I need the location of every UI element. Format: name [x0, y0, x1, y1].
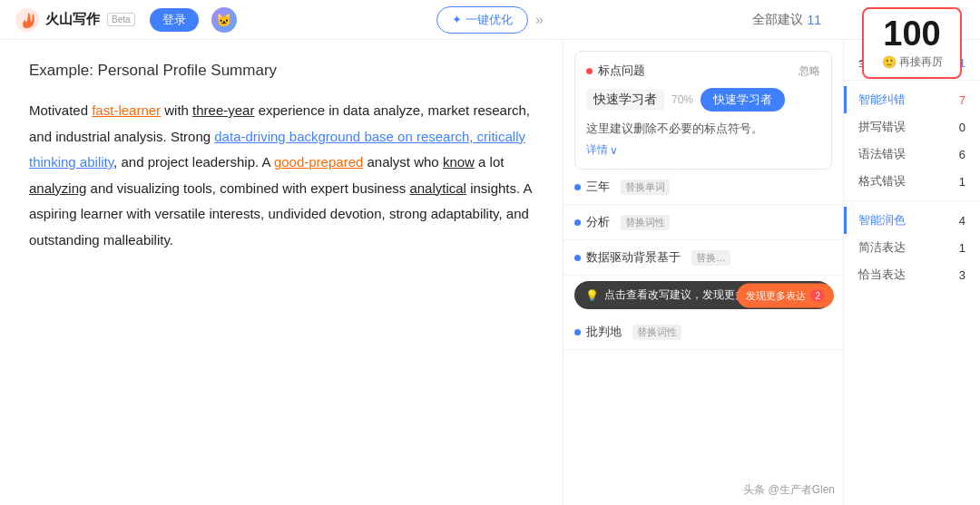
- sidebar-label: 简洁表达: [858, 239, 906, 256]
- sidebar-label: 恰当表达: [858, 267, 906, 283]
- replace-button[interactable]: 快速学习者: [701, 88, 785, 112]
- list-item[interactable]: 批判地 替换词性: [564, 315, 843, 350]
- card-dot-label: 标点问题: [586, 63, 645, 79]
- text-analyzing: analyzing: [29, 180, 86, 196]
- score-box: 100 🙂 再接再厉: [862, 7, 962, 79]
- sidebar-label: 智能润色: [858, 212, 906, 228]
- suggestion-hint: 这里建议删除不必要的标点符号。: [586, 121, 820, 137]
- item-label: 数据驱动背景基于: [586, 249, 681, 266]
- red-dot-icon: [586, 68, 593, 74]
- text-three-year: three-year: [192, 102, 254, 118]
- blue-dot-icon: [574, 219, 581, 226]
- sidebar-count: 1: [959, 241, 965, 255]
- optimize-icon: ✦: [452, 13, 462, 26]
- cta-area: 数据驱动背景基于 替换… 💡 点击查看改写建议，发现更多表达 发现更多表达 2: [564, 240, 843, 309]
- text-know: know: [443, 154, 475, 170]
- card-title: 标点问题: [598, 63, 645, 79]
- score-emoji: 🙂: [882, 55, 897, 69]
- bulb-icon: 💡: [585, 289, 599, 302]
- sidebar-label: 语法错误: [858, 146, 906, 162]
- more-button[interactable]: »: [535, 12, 544, 28]
- divider: [844, 80, 980, 81]
- sidebar-item-format[interactable]: 格式错误 1: [844, 168, 980, 195]
- suggestion-card: 标点问题 忽略 快速学习者 70% 快速学习者 这里建议删除不必要的标点符号。 …: [574, 51, 832, 170]
- optimize-button[interactable]: ✦ 一键优化: [436, 6, 528, 34]
- text-a-lot: a lot: [475, 154, 505, 170]
- top-bar: 火山写作 Beta 登录 🐱 ✦ 一键优化 » 全部建议 11: [0, 0, 980, 40]
- detail-label: 详情: [586, 142, 608, 158]
- suggestions-count: 11: [807, 13, 821, 27]
- item-tag: 替换单词: [621, 180, 670, 195]
- ignore-button[interactable]: 忽略: [799, 63, 820, 79]
- original-word: 快速学习者: [586, 89, 664, 111]
- list-item[interactable]: 分析 替换词性: [564, 205, 843, 240]
- chevron-down-icon: ∨: [610, 144, 618, 157]
- sidebar-count: 1: [959, 175, 965, 189]
- suggestion-content: 快速学习者 70% 快速学习者: [586, 88, 820, 112]
- sidebar-count: 4: [959, 214, 965, 228]
- divider: [844, 200, 980, 201]
- logo-text: 火山写作: [45, 11, 100, 28]
- discover-button[interactable]: 发现更多表达 2: [737, 283, 834, 307]
- card-header: 标点问题 忽略: [586, 63, 820, 79]
- doc-body: Motivated fast-learner with three-year e…: [29, 98, 534, 253]
- discover-label: 发现更多表达: [746, 288, 806, 302]
- arrow-icon: 70%: [671, 93, 693, 106]
- item-tag: 替换词性: [621, 215, 670, 230]
- item-tag: 替换…: [691, 250, 730, 266]
- list-item[interactable]: 数据驱动背景基于 替换…: [564, 240, 843, 276]
- sidebar-item-grammar[interactable]: 语法错误 6: [844, 141, 980, 168]
- login-button[interactable]: 登录: [150, 8, 199, 32]
- doc-title: Example: Personal Profile Summary: [29, 62, 534, 80]
- editor-area: Example: Personal Profile Summary Motiva…: [0, 40, 563, 505]
- text-analytical: analytical: [409, 180, 466, 196]
- text-and-vis: and visualizing tools, combined with exp…: [86, 180, 409, 196]
- svg-point-0: [15, 8, 39, 32]
- sidebar-item-smart-polish[interactable]: 智能润色 4: [844, 207, 980, 234]
- text-fast-learner: fast-learner: [92, 102, 161, 118]
- text-motivated: Motivated: [29, 102, 92, 118]
- item-tag: 替换词性: [632, 325, 681, 340]
- score-number: 100: [873, 16, 951, 51]
- sidebar-label: 智能纠错: [858, 92, 906, 108]
- text-good-prepared: good-prepared: [274, 154, 363, 170]
- beta-badge: Beta: [107, 13, 135, 26]
- sidebar-label: 格式错误: [858, 173, 906, 189]
- cta-tooltip: 💡 点击查看改写建议，发现更多表达 发现更多表达 2: [574, 281, 832, 309]
- sidebar-count: 7: [959, 93, 965, 107]
- sidebar-item-appropriate[interactable]: 恰当表达 3: [844, 261, 980, 288]
- center-actions: ✦ 一键优化 »: [436, 6, 544, 34]
- suggestions-area: 全部建议 11: [752, 12, 821, 28]
- sidebar-count: 3: [959, 268, 965, 282]
- suggestions-label: 全部建议: [752, 12, 803, 28]
- sidebar-count: 0: [959, 121, 965, 134]
- detail-link[interactable]: 详情 ∨: [586, 142, 820, 158]
- list-item[interactable]: 三年 替换单词: [564, 170, 843, 205]
- sidebar-label: 拼写错误: [858, 119, 906, 135]
- main-layout: Example: Personal Profile Summary Motiva…: [0, 40, 980, 505]
- logo-icon: [15, 7, 40, 33]
- blue-dot-icon: [574, 184, 581, 190]
- optimize-label: 一键优化: [466, 12, 513, 28]
- text-analyst: analyst who: [363, 154, 443, 170]
- blue-dot-icon: [574, 255, 581, 261]
- sidebar-item-spelling[interactable]: 拼写错误 0: [844, 113, 980, 141]
- sidebar-count: 6: [959, 148, 965, 161]
- watermark: 头条 @生产者Glen: [743, 482, 835, 498]
- score-sub: 🙂 再接再厉: [873, 54, 951, 70]
- item-label: 分析: [586, 214, 610, 230]
- item-label: 批判地: [586, 324, 622, 340]
- text-and-project: , and project leadership. A: [113, 154, 274, 170]
- middle-panel: 标点问题 忽略 快速学习者 70% 快速学习者 这里建议删除不必要的标点符号。 …: [563, 40, 844, 505]
- avatar: 🐱: [211, 7, 237, 33]
- sidebar-item-smart-correction[interactable]: 智能纠错 7: [844, 86, 980, 113]
- item-label: 三年: [586, 179, 610, 195]
- blue-dot-icon: [574, 329, 581, 335]
- sidebar-item-concise[interactable]: 简洁表达 1: [844, 234, 980, 261]
- text-with: with: [161, 102, 192, 118]
- score-sub-text: 再接再厉: [899, 54, 943, 70]
- discover-count-badge: 2: [810, 289, 825, 301]
- logo-area: 火山写作 Beta 登录 🐱: [15, 7, 237, 33]
- right-sidebar: 全部建议 11 智能纠错 7 拼写错误 0 语法错误 6 格式错误 1 智能润色…: [844, 40, 980, 505]
